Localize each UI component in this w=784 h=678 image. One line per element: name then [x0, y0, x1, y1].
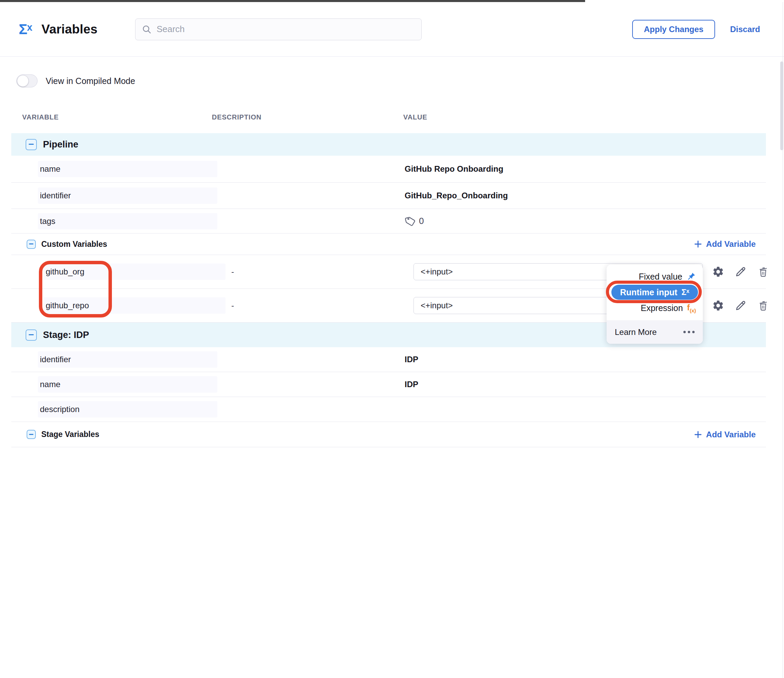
plus-icon	[694, 240, 702, 248]
variable-value: IDP	[404, 380, 418, 389]
stage-description-row: description	[11, 397, 766, 422]
variable-name: github_repo	[44, 297, 226, 314]
collapse-custom-variables-icon[interactable]	[26, 240, 36, 249]
variable-description: -	[231, 267, 234, 276]
variable-label: identifier	[38, 187, 217, 204]
add-variable-label: Add Variable	[706, 239, 756, 249]
variable-value: GitHub_Repo_Onboarding	[404, 191, 508, 200]
stage-variables-row: Stage Variables Add Variable	[11, 422, 766, 447]
discard-button[interactable]: Discard	[730, 25, 760, 34]
add-variable-label: Add Variable	[706, 430, 756, 440]
menu-footer: Learn More	[607, 320, 703, 344]
expression-label: Expression	[641, 303, 683, 313]
plus-icon	[694, 430, 702, 439]
search-icon	[142, 24, 152, 34]
compiled-mode-row: View in Compiled Mode	[16, 75, 135, 87]
variable-label: tags	[38, 213, 217, 229]
column-header-description: DESCRIPTION	[212, 113, 261, 121]
variable-label: identifier	[38, 351, 217, 368]
scrollbar-thumb[interactable]	[780, 61, 783, 150]
variables-sigma-icon: Σˣ	[19, 22, 32, 36]
pipeline-identifier-row: identifier GitHub_Repo_Onboarding	[11, 182, 766, 209]
stage-section-title: Stage: IDP	[43, 330, 89, 340]
variable-label: name	[38, 376, 217, 393]
ellipsis-icon[interactable]	[683, 331, 695, 333]
stage-identifier-row: identifier IDP	[11, 347, 766, 372]
variable-label: name	[38, 161, 217, 177]
compiled-mode-toggle[interactable]	[16, 75, 37, 87]
menu-item-fixed-value[interactable]: Fixed value	[639, 269, 698, 284]
value-type-menu: Fixed value Runtime input Σˣ Expression …	[607, 265, 703, 344]
sigma-x-icon: Σˣ	[681, 287, 689, 297]
column-header-value: VALUE	[403, 113, 427, 121]
fixed-value-label: Fixed value	[639, 272, 682, 282]
tags-count: 0	[419, 216, 424, 226]
column-header-variable: VARIABLE	[22, 113, 59, 121]
variable-value: GitHub Repo Onboarding	[404, 164, 503, 174]
collapse-stage-icon[interactable]	[26, 329, 37, 341]
search-input[interactable]	[152, 24, 422, 34]
variable-value: IDP	[404, 355, 418, 364]
stage-variables-title: Stage Variables	[41, 430, 99, 439]
pipeline-tags-row: tags 0	[11, 209, 766, 234]
custom-variables-title: Custom Variables	[41, 240, 107, 249]
page-header: Σˣ Variables Apply Changes Discard	[0, 2, 784, 57]
search-box[interactable]	[135, 19, 422, 40]
edit-pencil-icon[interactable]	[734, 265, 747, 278]
collapse-stage-variables-icon[interactable]	[26, 430, 36, 439]
variable-description: -	[231, 301, 234, 310]
runtime-input-label: Runtime input	[620, 287, 677, 297]
pin-icon	[686, 272, 696, 281]
delete-trash-icon[interactable]	[757, 299, 770, 312]
pipeline-section-row: Pipeline	[11, 133, 766, 156]
custom-variables-row: Custom Variables Add Variable	[11, 234, 766, 255]
menu-item-expression[interactable]: Expression f(x)	[641, 300, 698, 316]
compiled-mode-label: View in Compiled Mode	[46, 76, 135, 86]
variable-name: github_org	[44, 263, 226, 280]
delete-trash-icon[interactable]	[757, 265, 770, 278]
pipeline-section-title: Pipeline	[43, 139, 78, 150]
settings-gear-icon[interactable]	[712, 299, 725, 312]
menu-item-runtime-input[interactable]: Runtime input Σˣ	[611, 285, 698, 300]
add-variable-button[interactable]: Add Variable	[694, 239, 756, 249]
tag-icon	[404, 216, 415, 227]
stage-name-row: name IDP	[11, 372, 766, 397]
edit-pencil-icon[interactable]	[734, 299, 747, 312]
pipeline-name-row: name GitHub Repo Onboarding	[11, 156, 766, 182]
toggle-knob	[17, 75, 29, 87]
add-variable-button[interactable]: Add Variable	[694, 430, 756, 440]
variable-label: description	[38, 401, 217, 418]
learn-more-link[interactable]: Learn More	[615, 327, 657, 337]
fx-icon: f(x)	[687, 303, 696, 313]
apply-changes-button[interactable]: Apply Changes	[632, 20, 715, 39]
settings-gear-icon[interactable]	[712, 265, 725, 278]
collapse-pipeline-icon[interactable]	[26, 139, 37, 150]
page-title: Variables	[42, 22, 98, 36]
tags-value: 0	[404, 216, 424, 227]
